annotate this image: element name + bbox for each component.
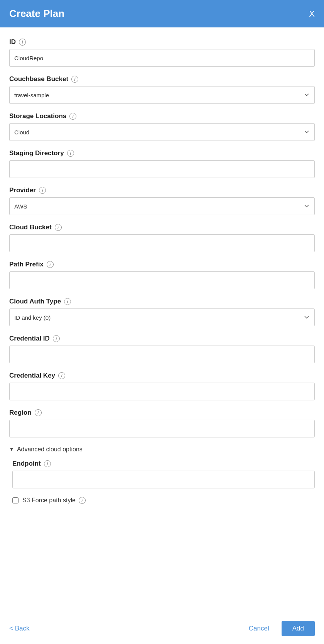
advanced-cloud-options-section: ▼ Advanced cloud options Endpoint i S3 F: [9, 446, 315, 504]
cloud-bucket-info-icon: i: [55, 224, 62, 231]
credential-key-input[interactable]: [9, 383, 315, 400]
modal-title: Create Plan: [9, 8, 64, 20]
credential-key-info-icon: i: [58, 372, 65, 379]
advanced-options-label: Advanced cloud options: [17, 446, 83, 453]
credential-key-label: Credential Key i: [9, 372, 315, 380]
footer-right-actions: Cancel Add: [243, 621, 315, 636]
cloud-auth-type-label: Cloud Auth Type i: [9, 298, 315, 305]
s3-force-path-style-info-icon: i: [79, 497, 86, 504]
s3-force-path-style-group: S3 Force path style i: [12, 497, 315, 504]
credential-id-info-icon: i: [53, 335, 60, 342]
create-plan-modal: Create Plan X ID i Couchbase Bucket i tr…: [0, 0, 324, 644]
credential-key-field-group: Credential Key i: [9, 372, 315, 400]
region-info-icon: i: [35, 409, 42, 416]
back-button[interactable]: < Back: [9, 625, 29, 632]
couchbase-bucket-select[interactable]: travel-sample beer-sample gamesim-sample: [9, 86, 315, 104]
advanced-options-chevron-icon: ▼: [9, 447, 14, 452]
staging-directory-label: Staging Directory i: [9, 149, 315, 157]
storage-locations-select[interactable]: Cloud Local: [9, 123, 315, 141]
region-field-group: Region i: [9, 409, 315, 437]
staging-directory-input[interactable]: [9, 160, 315, 178]
path-prefix-input[interactable]: [9, 271, 315, 289]
close-button[interactable]: X: [309, 10, 315, 18]
modal-footer: < Back Cancel Add: [0, 613, 324, 644]
id-field-group: ID i: [9, 38, 315, 67]
cloud-auth-type-field-group: Cloud Auth Type i ID and key (0) HMAC (1…: [9, 298, 315, 326]
couchbase-bucket-info-icon: i: [71, 76, 78, 83]
cloud-bucket-input[interactable]: [9, 234, 315, 252]
credential-id-input[interactable]: [9, 346, 315, 363]
endpoint-field-group: Endpoint i: [12, 460, 315, 488]
cloud-bucket-label: Cloud Bucket i: [9, 224, 315, 231]
credential-id-field-group: Credential ID i: [9, 335, 315, 363]
id-input[interactable]: [9, 49, 315, 67]
provider-label: Provider i: [9, 186, 315, 194]
cancel-button[interactable]: Cancel: [243, 621, 275, 636]
id-label: ID i: [9, 38, 315, 46]
endpoint-input[interactable]: [12, 471, 315, 488]
add-button[interactable]: Add: [282, 621, 315, 636]
id-info-icon: i: [19, 39, 26, 46]
staging-directory-info-icon: i: [67, 150, 74, 157]
modal-header: Create Plan X: [0, 0, 324, 27]
cloud-auth-type-info-icon: i: [64, 298, 71, 305]
advanced-cloud-options-content: Endpoint i S3 Force path style i: [9, 460, 315, 504]
endpoint-info-icon: i: [44, 460, 51, 467]
cloud-auth-type-select[interactable]: ID and key (0) HMAC (1): [9, 308, 315, 326]
staging-directory-field-group: Staging Directory i: [9, 149, 315, 178]
modal-body: ID i Couchbase Bucket i travel-sample be…: [0, 27, 324, 613]
provider-info-icon: i: [39, 187, 46, 194]
credential-id-label: Credential ID i: [9, 335, 315, 342]
provider-field-group: Provider i AWS GCP Azure: [9, 186, 315, 215]
region-label: Region i: [9, 409, 315, 417]
couchbase-bucket-field-group: Couchbase Bucket i travel-sample beer-sa…: [9, 75, 315, 104]
storage-locations-info-icon: i: [69, 113, 76, 120]
path-prefix-label: Path Prefix i: [9, 261, 315, 268]
storage-locations-field-group: Storage Locations i Cloud Local: [9, 112, 315, 141]
path-prefix-field-group: Path Prefix i: [9, 261, 315, 289]
endpoint-label: Endpoint i: [12, 460, 315, 468]
provider-select[interactable]: AWS GCP Azure: [9, 197, 315, 215]
cloud-bucket-field-group: Cloud Bucket i: [9, 224, 315, 252]
advanced-cloud-options-toggle[interactable]: ▼ Advanced cloud options: [9, 446, 315, 453]
storage-locations-label: Storage Locations i: [9, 112, 315, 120]
path-prefix-info-icon: i: [47, 261, 54, 268]
s3-force-path-style-checkbox[interactable]: [12, 497, 19, 503]
s3-force-path-style-label: S3 Force path style i: [22, 497, 86, 504]
couchbase-bucket-label: Couchbase Bucket i: [9, 75, 315, 83]
region-input[interactable]: [9, 420, 315, 437]
